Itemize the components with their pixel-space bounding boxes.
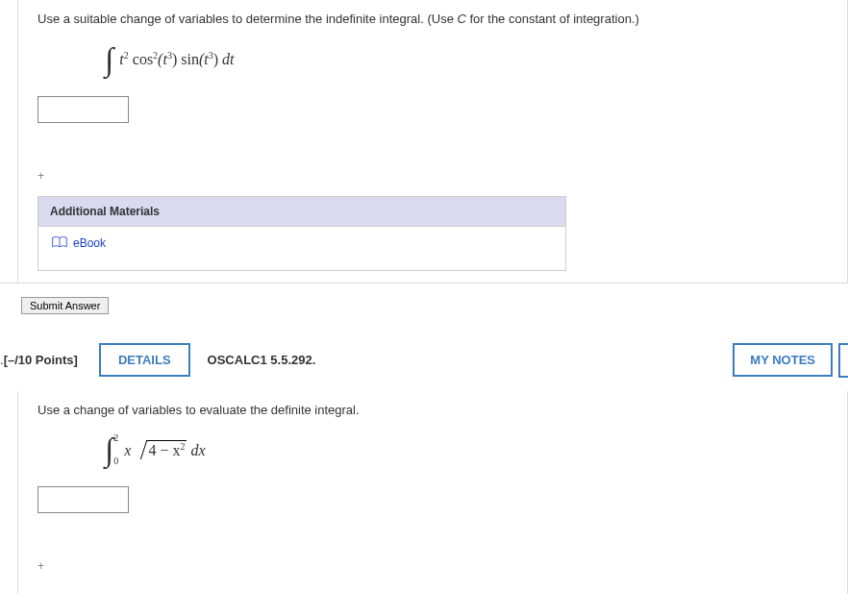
q2-answer-input[interactable] [37,486,129,513]
q1-expand-plus[interactable]: + [37,169,44,183]
dt: dt [222,51,234,67]
q1-prompt-tail: for the constant of integration.) [466,12,639,26]
question-1: Use a suitable change of variables to de… [17,0,848,283]
q1-expr: t2 cos2(t3) sin(t3) dt [119,50,234,68]
dx: dx [190,442,205,458]
q2-prompt: Use a change of variables to evaluate th… [37,391,828,428]
q2-expr: x 4 − x2 dx [124,440,205,459]
book-icon [52,236,67,251]
sup2c: 2 [180,441,185,452]
q1-prompt-var: C [457,12,465,26]
sin: sin [181,51,199,67]
integral-symbol-2: ∫ [105,436,113,462]
upper-limit: 2 [113,433,118,443]
submit-button[interactable]: Submit Answer [21,297,109,314]
submit-row: Submit Answer [0,283,848,324]
sup2: 2 [124,50,129,61]
paren-t2: (t [199,51,209,67]
q1-math: ∫ t2 cos2(t3) sin(t3) dt [37,37,828,85]
ebook-label: eBook [73,236,106,250]
lower-limit: 0 [113,456,118,466]
integral-limits: 2 0 [113,433,118,466]
cos: cos [133,51,153,67]
q1-prompt: Use a suitable change of variables to de… [37,0,828,37]
question-2-header: . [–/10 Points] DETAILS OSCALC1 5.5.292.… [0,324,848,391]
var-x: x [124,442,131,458]
radicand: 4 − x [148,442,180,458]
additional-materials: Additional Materials eBook [37,196,566,271]
q2-source: OSCALC1 5.5.292. [208,353,316,367]
materials-body: eBook [38,227,565,270]
q1-answer-input[interactable] [37,96,129,123]
ebook-link[interactable]: eBook [52,236,106,251]
my-notes-button[interactable]: MY NOTES [733,343,833,377]
materials-header: Additional Materials [38,197,565,227]
q2-points: [–/10 Points] [4,353,78,367]
q2-expand-plus[interactable]: + [37,559,44,573]
q1-prompt-text: Use a suitable change of variables to de… [37,12,457,26]
sqrt: 4 − x2 [146,440,187,459]
q2-math: ∫ 2 0 x 4 − x2 dx [37,427,828,475]
next-button-edge[interactable] [838,343,848,378]
question-2: Use a change of variables to evaluate th… [17,391,848,595]
integral-symbol: ∫ [105,46,113,72]
details-button[interactable]: DETAILS [99,343,190,377]
close2: ) [213,51,218,67]
paren-t: (t [158,51,167,67]
close1: ) [172,51,177,67]
